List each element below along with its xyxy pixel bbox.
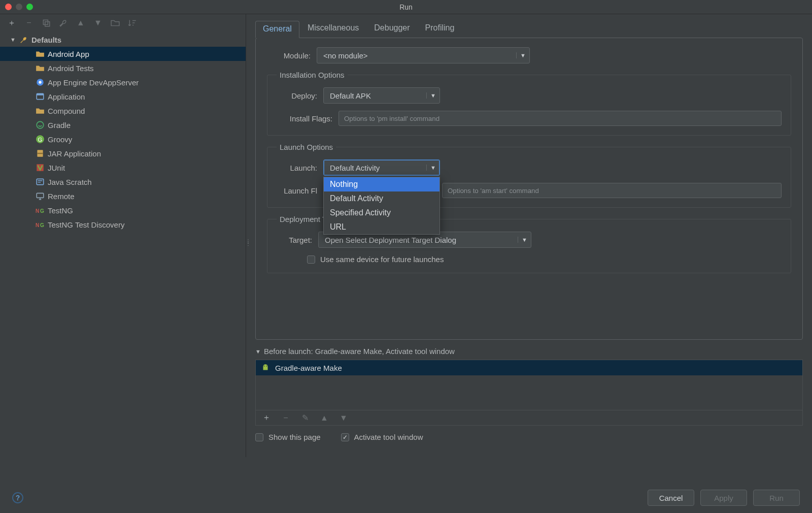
install-flags-input[interactable]	[339, 111, 782, 126]
down-icon[interactable]: ▼	[93, 18, 103, 27]
before-launch-list[interactable]: Gradle-aware Make	[255, 360, 803, 410]
install-flags-row: Install Flags:	[277, 111, 782, 126]
svg-point-19	[266, 366, 267, 367]
tree-item-appengine[interactable]: App Engine DevAppServer	[0, 75, 246, 89]
tree-item-android-app[interactable]: Android App	[0, 47, 246, 61]
remove-icon[interactable]: −	[24, 18, 33, 27]
splitter-grip-icon[interactable]: ⋮⋮	[246, 240, 249, 245]
tree-item-compound[interactable]: Compound	[0, 104, 246, 118]
main: ＋ − ▲ ▼ ▼ Defaults	[0, 14, 812, 457]
testng-icon: NG	[36, 206, 45, 215]
tree-item-testng-discovery[interactable]: NG TestNG Test Discovery	[0, 217, 246, 232]
tree-item-label: Gradle	[48, 121, 71, 130]
svg-text:G: G	[38, 137, 43, 143]
tree-item-label: Java Scratch	[48, 178, 92, 186]
down-icon[interactable]: ▼	[339, 413, 348, 423]
tree-item-java-scratch[interactable]: Java Scratch	[0, 175, 246, 189]
sort-icon[interactable]	[128, 18, 137, 27]
dropdown-item-nothing[interactable]: Nothing	[324, 177, 439, 191]
apply-button[interactable]: Apply	[700, 490, 747, 506]
run-button[interactable]: Run	[753, 490, 800, 506]
tree-root-defaults[interactable]: ▼ Defaults	[0, 33, 246, 47]
svg-rect-5	[37, 93, 44, 95]
tree-item-label: Android Tests	[48, 64, 94, 73]
launch-combo[interactable]: Default Activity ▼	[323, 159, 440, 176]
svg-text:G: G	[40, 222, 44, 228]
tab-miscellaneous[interactable]: Miscellaneous	[300, 20, 366, 38]
show-this-page-checkbox[interactable]: Show this page	[255, 433, 321, 441]
tree-item-groovy[interactable]: G Groovy	[0, 132, 246, 146]
tab-content: Module: <no module> ▼ Installation Optio…	[255, 38, 803, 340]
deploy-label: Deploy:	[277, 91, 317, 100]
install-flags-label: Install Flags:	[277, 114, 332, 123]
window-title: Run	[0, 3, 812, 11]
list-item[interactable]: Gradle-aware Make	[256, 360, 802, 375]
folder-icon	[36, 106, 45, 115]
groovy-icon: G	[36, 135, 45, 144]
module-combo[interactable]: <no module> ▼	[317, 47, 530, 63]
caret-down-icon: ▼	[10, 37, 16, 43]
target-value: Open Select Deployment Target Dialog	[319, 236, 518, 244]
before-launch-title: Before launch: Gradle-aware Make, Activa…	[264, 347, 455, 356]
folder-icon	[36, 49, 45, 58]
tab-debugger[interactable]: Debugger	[367, 20, 417, 38]
edit-icon[interactable]: ✎	[300, 413, 310, 423]
tree-item-android-tests[interactable]: Android Tests	[0, 61, 246, 75]
svg-rect-10	[37, 153, 43, 154]
launch-flags-input[interactable]	[442, 183, 782, 198]
deploy-combo[interactable]: Default APK ▼	[323, 87, 440, 104]
appengine-icon	[36, 78, 45, 87]
help-icon[interactable]: ?	[12, 492, 23, 503]
svg-rect-13	[37, 193, 44, 198]
chevron-down-icon: ▼	[426, 92, 439, 99]
launch-combo-anchor: Default Activity ▼ Nothing Default Activ…	[323, 159, 440, 176]
tree-item-gradle[interactable]: Gradle	[0, 118, 246, 132]
checkbox-icon	[307, 255, 315, 264]
jar-icon	[36, 149, 45, 158]
add-icon[interactable]: ＋	[262, 413, 271, 423]
tree-item-remote[interactable]: Remote	[0, 189, 246, 203]
tree-item-label: TestNG Test Discovery	[48, 220, 124, 229]
svg-text:N: N	[36, 208, 39, 214]
tree-item-jar[interactable]: JAR Application	[0, 146, 246, 161]
tree-item-application[interactable]: Application	[0, 89, 246, 104]
folder-icon	[36, 63, 45, 73]
chevron-down-icon: ▼	[426, 165, 439, 171]
close-icon[interactable]	[5, 4, 12, 10]
add-icon[interactable]: ＋	[7, 18, 16, 27]
before-launch-checks: Show this page Activate tool window	[255, 433, 803, 441]
up-icon[interactable]: ▲	[76, 18, 85, 27]
tree-item-junit[interactable]: JUnit	[0, 161, 246, 175]
remote-icon	[36, 191, 45, 201]
tab-general[interactable]: General	[255, 21, 299, 38]
scratch-icon	[36, 177, 45, 186]
up-icon[interactable]: ▲	[320, 413, 329, 423]
dropdown-item-default-activity[interactable]: Default Activity	[324, 191, 439, 206]
tree-item-label: JUnit	[48, 164, 65, 172]
before-launch-header[interactable]: ▼ Before launch: Gradle-aware Make, Acti…	[255, 347, 803, 356]
use-same-device-label: Use same device for future launches	[320, 255, 444, 264]
tree-item-testng[interactable]: NG TestNG	[0, 203, 246, 217]
svg-text:G: G	[40, 208, 44, 214]
remove-icon[interactable]: −	[281, 413, 290, 423]
wrench-icon[interactable]	[59, 18, 68, 27]
cancel-button[interactable]: Cancel	[648, 490, 694, 506]
app-icon	[36, 92, 45, 101]
content-panel: General Miscellaneous Debugger Profiling…	[246, 14, 812, 457]
tree-item-label: Android App	[48, 50, 89, 58]
use-same-device-checkbox[interactable]: Use same device for future launches	[307, 255, 444, 264]
sidebar: ＋ − ▲ ▼ ▼ Defaults	[0, 14, 246, 457]
activate-tool-window-checkbox[interactable]: Activate tool window	[341, 433, 423, 441]
show-this-page-label: Show this page	[268, 433, 321, 441]
minimize-icon	[16, 4, 22, 10]
folder-icon[interactable]	[111, 18, 120, 27]
dropdown-item-specified-activity[interactable]: Specified Activity	[324, 206, 439, 220]
wrench-yellow-icon	[19, 35, 28, 44]
checkbox-checked-icon	[341, 433, 349, 441]
copy-icon[interactable]	[42, 18, 51, 27]
dropdown-item-url[interactable]: URL	[324, 220, 439, 234]
target-label: Target:	[277, 236, 312, 244]
zoom-icon[interactable]	[26, 4, 33, 10]
tab-profiling[interactable]: Profiling	[418, 20, 462, 38]
before-launch-item-label: Gradle-aware Make	[275, 364, 342, 372]
